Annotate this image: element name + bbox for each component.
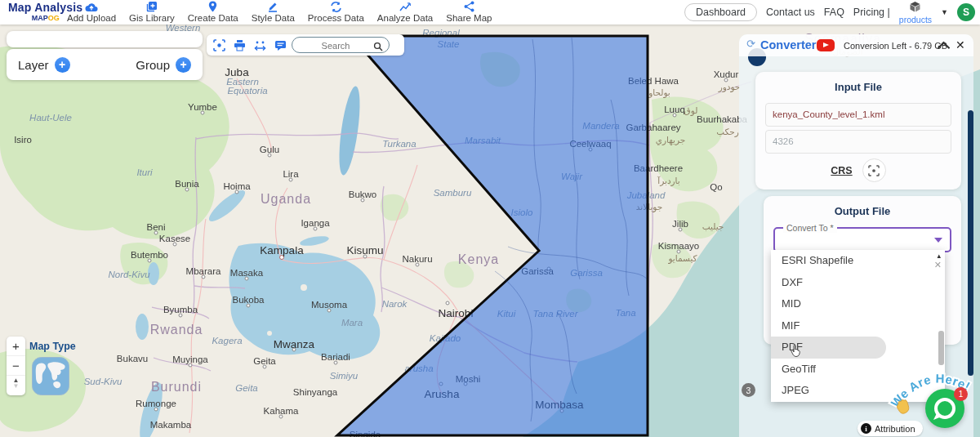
nav-item-label: Style Data	[252, 13, 295, 23]
map-type-thumbnail[interactable]	[32, 357, 69, 399]
products-label: products	[899, 16, 932, 25]
dropdown-option-mid[interactable]: MID	[771, 293, 945, 315]
convert-to-select[interactable]: Convert To *	[773, 227, 951, 252]
nav-item-label: Analyze Data	[377, 13, 433, 23]
step-badge: 3	[742, 383, 755, 397]
print-icon[interactable]	[234, 39, 246, 51]
comment-icon[interactable]	[274, 39, 287, 51]
nav-item-label: Add Upload	[67, 13, 116, 23]
layer-panel-header[interactable]	[7, 31, 203, 47]
nav-item-style-data[interactable]: Style Data	[252, 1, 295, 23]
map-type-label: Map Type	[29, 341, 76, 352]
nav-menu: Add UploadGis LibraryCreate DataStyle Da…	[67, 1, 492, 23]
zoom-in-button[interactable]: +	[7, 337, 25, 356]
faq-link[interactable]: FAQ	[824, 7, 844, 18]
nav-item-label: Create Data	[188, 13, 238, 23]
style-pen-icon	[267, 1, 278, 12]
converter-panel: ⟳ Converter Conversion Left - 6.79 GB ✕ …	[739, 34, 973, 437]
layer-label: Layer	[18, 58, 49, 72]
spinner-down-icon[interactable]: ▼	[7, 383, 25, 390]
group-group: Group +	[136, 57, 191, 73]
layer-group: Layer +	[18, 57, 70, 73]
chevron-down-icon[interactable]: ▼	[941, 8, 948, 16]
add-group-button[interactable]: +	[176, 57, 191, 73]
attribution-label: Attribution	[875, 424, 915, 434]
search-input[interactable]	[299, 38, 372, 54]
dashboard-button[interactable]: Dashboard	[684, 3, 757, 21]
close-icon[interactable]: ✕	[956, 38, 965, 51]
dropdown-option-esri-shapefile[interactable]: ESRI Shapefile	[771, 250, 945, 272]
layer-panel: Layer + Group +	[7, 49, 203, 80]
attribution-pill[interactable]: i Attribution	[858, 421, 923, 436]
input-file-title: Input File	[755, 72, 961, 93]
converter-header: ⟳ Converter Conversion Left - 6.79 GB ✕	[739, 34, 973, 56]
process-sync-icon	[330, 1, 342, 12]
info-icon: i	[861, 423, 871, 434]
dropdown-scrollbar[interactable]	[938, 331, 944, 365]
cursor-hand-icon	[791, 345, 802, 361]
nav-item-label: Process Data	[308, 13, 364, 23]
conversion-left-text: Conversion Left - 6.79 GB	[844, 41, 947, 51]
input-file-card: Input File kenya_County_level_1.kml 4326…	[755, 72, 961, 190]
crs-picker-button[interactable]	[862, 158, 886, 182]
analyze-chart-icon	[399, 1, 412, 12]
convert-to-label: Convert To *	[783, 223, 837, 233]
products-menu[interactable]: products	[899, 2, 932, 25]
cube-icon	[909, 2, 921, 15]
library-icon	[146, 1, 158, 12]
scroll-up-icon[interactable]: ▴	[937, 252, 941, 260]
chat-notification-badge: 1	[954, 387, 968, 401]
dropdown-option-geotiff[interactable]: GeoTiff	[771, 359, 945, 381]
location-pin-icon	[208, 1, 217, 12]
share-icon	[464, 1, 474, 12]
group-label: Group	[136, 58, 170, 72]
convert-to-dropdown: ESRI ShapefileDXFMIDMIFPDFGeoTiffJPEG ▴ …	[771, 250, 945, 402]
nav-item-share-map[interactable]: Share Map	[446, 1, 492, 23]
input-epsg-field[interactable]: 4326	[765, 130, 951, 154]
converter-title: Converter	[760, 38, 817, 51]
crs-link[interactable]: CRS	[831, 165, 852, 176]
nav-right-group: Dashboard Contact us FAQ Pricing | produ…	[684, 0, 975, 25]
top-navbar: Map Analysis MAPOG Add UploadGis Library…	[0, 0, 980, 25]
lake-edward	[148, 262, 159, 285]
search-icon[interactable]	[373, 40, 383, 55]
dropdown-option-pdf[interactable]: PDF	[771, 337, 886, 359]
nav-item-create-data[interactable]: Create Data	[188, 1, 238, 23]
refresh-icon[interactable]: ⟳	[746, 38, 755, 50]
zoom-control: + − ▲▼	[7, 337, 25, 395]
input-filename-field[interactable]: kenya_County_level_1.kml	[765, 103, 951, 127]
output-file-title: Output File	[764, 196, 961, 217]
pricing-link[interactable]: Pricing |	[853, 7, 890, 18]
nav-item-gis-library[interactable]: Gis Library	[129, 1, 175, 23]
nav-item-label: Gis Library	[129, 13, 175, 23]
dropdown-options: ESRI ShapefileDXFMIDMIFPDFGeoTiffJPEG	[771, 250, 945, 402]
map-toolbar	[207, 34, 404, 56]
center-focus-icon[interactable]	[213, 39, 225, 51]
cloud-upload-icon	[85, 1, 98, 12]
nav-item-label: Share Map	[446, 13, 492, 23]
youtube-icon[interactable]	[817, 39, 835, 51]
contact-us-link[interactable]: Contact us	[766, 7, 815, 18]
measure-icon[interactable]	[254, 39, 266, 51]
dropdown-option-jpeg[interactable]: JPEG	[771, 380, 945, 402]
nav-item-add-upload[interactable]: Add Upload	[67, 1, 116, 23]
nav-item-analyze-data[interactable]: Analyze Data	[377, 1, 433, 23]
add-layer-button[interactable]: +	[55, 57, 70, 73]
dropdown-option-mif[interactable]: MIF	[771, 315, 945, 337]
zoom-out-button[interactable]: −	[7, 356, 25, 376]
search-bar	[292, 37, 390, 53]
user-avatar[interactable]: S	[957, 3, 975, 21]
dropdown-close-icon[interactable]: ✕	[934, 260, 942, 270]
select-caret-icon	[934, 238, 942, 243]
nav-item-process-data[interactable]: Process Data	[308, 1, 364, 23]
zoom-spinner[interactable]: ▲▼	[7, 376, 25, 397]
dropdown-option-dxf[interactable]: DXF	[771, 272, 945, 294]
panel-scrollbar[interactable]	[968, 110, 973, 376]
lake-kivu	[136, 314, 149, 340]
